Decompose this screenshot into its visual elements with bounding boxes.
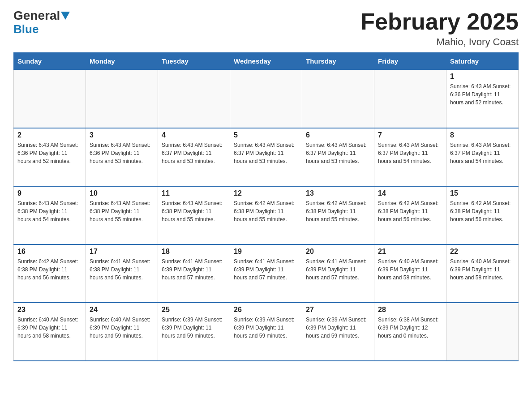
day-number: 5 bbox=[234, 131, 298, 139]
table-row bbox=[230, 70, 302, 128]
day-number: 23 bbox=[17, 306, 82, 314]
day-info: Sunrise: 6:43 AM Sunset: 6:38 PM Dayligh… bbox=[90, 199, 154, 223]
table-row: 3Sunrise: 6:43 AM Sunset: 6:36 PM Daylig… bbox=[86, 128, 158, 186]
col-friday: Friday bbox=[374, 53, 446, 70]
table-row: 2Sunrise: 6:43 AM Sunset: 6:36 PM Daylig… bbox=[14, 128, 86, 186]
day-number: 12 bbox=[234, 189, 298, 197]
day-info: Sunrise: 6:43 AM Sunset: 6:36 PM Dayligh… bbox=[17, 141, 82, 165]
table-row: 27Sunrise: 6:39 AM Sunset: 6:39 PM Dayli… bbox=[302, 303, 374, 361]
logo-general: General bbox=[13, 9, 70, 23]
day-info: Sunrise: 6:42 AM Sunset: 6:38 PM Dayligh… bbox=[234, 199, 298, 223]
table-row: 21Sunrise: 6:40 AM Sunset: 6:39 PM Dayli… bbox=[374, 244, 446, 303]
table-row: 14Sunrise: 6:42 AM Sunset: 6:38 PM Dayli… bbox=[374, 186, 446, 244]
table-row: 13Sunrise: 6:42 AM Sunset: 6:38 PM Dayli… bbox=[302, 186, 374, 244]
col-wednesday: Wednesday bbox=[230, 53, 302, 70]
day-info: Sunrise: 6:42 AM Sunset: 6:38 PM Dayligh… bbox=[378, 199, 442, 223]
title-section: February 2025 Mahio, Ivory Coast bbox=[360, 9, 519, 48]
table-row bbox=[374, 70, 446, 128]
calendar-table: Sunday Monday Tuesday Wednesday Thursday… bbox=[13, 52, 519, 361]
day-info: Sunrise: 6:39 AM Sunset: 6:39 PM Dayligh… bbox=[234, 316, 298, 340]
day-number: 9 bbox=[17, 189, 82, 197]
logo: General Blue bbox=[13, 9, 70, 35]
table-row: 26Sunrise: 6:39 AM Sunset: 6:39 PM Dayli… bbox=[230, 303, 302, 361]
col-monday: Monday bbox=[86, 53, 158, 70]
day-info: Sunrise: 6:41 AM Sunset: 6:39 PM Dayligh… bbox=[234, 257, 298, 282]
month-title: February 2025 bbox=[360, 9, 519, 34]
day-number: 25 bbox=[162, 306, 226, 314]
table-row: 10Sunrise: 6:43 AM Sunset: 6:38 PM Dayli… bbox=[86, 186, 158, 244]
table-row: 24Sunrise: 6:40 AM Sunset: 6:39 PM Dayli… bbox=[86, 303, 158, 361]
day-info: Sunrise: 6:43 AM Sunset: 6:37 PM Dayligh… bbox=[162, 141, 226, 165]
day-number: 2 bbox=[17, 131, 82, 139]
table-row: 8Sunrise: 6:43 AM Sunset: 6:37 PM Daylig… bbox=[446, 128, 519, 186]
table-row: 18Sunrise: 6:41 AM Sunset: 6:39 PM Dayli… bbox=[158, 244, 230, 303]
day-info: Sunrise: 6:40 AM Sunset: 6:39 PM Dayligh… bbox=[17, 316, 82, 340]
table-row: 4Sunrise: 6:43 AM Sunset: 6:37 PM Daylig… bbox=[158, 128, 230, 186]
day-info: Sunrise: 6:39 AM Sunset: 6:39 PM Dayligh… bbox=[162, 316, 226, 340]
table-row bbox=[446, 303, 519, 361]
day-info: Sunrise: 6:40 AM Sunset: 6:39 PM Dayligh… bbox=[90, 316, 154, 340]
day-number: 15 bbox=[450, 189, 515, 197]
table-row: 20Sunrise: 6:41 AM Sunset: 6:39 PM Dayli… bbox=[302, 244, 374, 303]
day-info: Sunrise: 6:39 AM Sunset: 6:39 PM Dayligh… bbox=[306, 316, 370, 340]
table-row: 7Sunrise: 6:43 AM Sunset: 6:37 PM Daylig… bbox=[374, 128, 446, 186]
table-row: 23Sunrise: 6:40 AM Sunset: 6:39 PM Dayli… bbox=[14, 303, 86, 361]
table-row: 6Sunrise: 6:43 AM Sunset: 6:37 PM Daylig… bbox=[302, 128, 374, 186]
calendar-week-row: 2Sunrise: 6:43 AM Sunset: 6:36 PM Daylig… bbox=[14, 128, 519, 186]
day-info: Sunrise: 6:41 AM Sunset: 6:38 PM Dayligh… bbox=[90, 257, 154, 282]
col-sunday: Sunday bbox=[14, 53, 86, 70]
day-number: 20 bbox=[306, 248, 370, 256]
day-info: Sunrise: 6:43 AM Sunset: 6:36 PM Dayligh… bbox=[90, 141, 154, 165]
table-row: 15Sunrise: 6:42 AM Sunset: 6:38 PM Dayli… bbox=[446, 186, 519, 244]
table-row: 22Sunrise: 6:40 AM Sunset: 6:39 PM Dayli… bbox=[446, 244, 519, 303]
day-info: Sunrise: 6:41 AM Sunset: 6:39 PM Dayligh… bbox=[306, 257, 370, 282]
day-number: 6 bbox=[306, 131, 370, 139]
day-number: 21 bbox=[378, 248, 442, 256]
table-row bbox=[302, 70, 374, 128]
day-number: 1 bbox=[450, 73, 515, 81]
day-number: 7 bbox=[378, 131, 442, 139]
table-row bbox=[14, 70, 86, 128]
calendar-week-row: 9Sunrise: 6:43 AM Sunset: 6:38 PM Daylig… bbox=[14, 186, 519, 244]
day-number: 27 bbox=[306, 306, 370, 314]
day-number: 18 bbox=[162, 248, 226, 256]
day-info: Sunrise: 6:43 AM Sunset: 6:36 PM Dayligh… bbox=[450, 82, 515, 107]
table-row: 25Sunrise: 6:39 AM Sunset: 6:39 PM Dayli… bbox=[158, 303, 230, 361]
table-row bbox=[86, 70, 158, 128]
day-number: 4 bbox=[162, 131, 226, 139]
table-row: 9Sunrise: 6:43 AM Sunset: 6:38 PM Daylig… bbox=[14, 186, 86, 244]
col-saturday: Saturday bbox=[446, 53, 519, 70]
day-info: Sunrise: 6:38 AM Sunset: 6:39 PM Dayligh… bbox=[378, 316, 442, 340]
day-number: 8 bbox=[450, 131, 515, 139]
location-title: Mahio, Ivory Coast bbox=[360, 36, 519, 48]
day-number: 11 bbox=[162, 189, 226, 197]
day-number: 16 bbox=[17, 248, 82, 256]
calendar-week-row: 23Sunrise: 6:40 AM Sunset: 6:39 PM Dayli… bbox=[14, 303, 519, 361]
table-row: 11Sunrise: 6:43 AM Sunset: 6:38 PM Dayli… bbox=[158, 186, 230, 244]
page-header: General Blue February 2025 Mahio, Ivory … bbox=[13, 9, 519, 48]
table-row: 12Sunrise: 6:42 AM Sunset: 6:38 PM Dayli… bbox=[230, 186, 302, 244]
day-number: 17 bbox=[90, 248, 154, 256]
day-number: 14 bbox=[378, 189, 442, 197]
day-number: 26 bbox=[234, 306, 298, 314]
table-row: 28Sunrise: 6:38 AM Sunset: 6:39 PM Dayli… bbox=[374, 303, 446, 361]
svg-marker-0 bbox=[61, 12, 70, 20]
logo-arrow-icon bbox=[61, 12, 70, 21]
day-number: 3 bbox=[90, 131, 154, 139]
day-info: Sunrise: 6:42 AM Sunset: 6:38 PM Dayligh… bbox=[17, 257, 82, 282]
day-info: Sunrise: 6:40 AM Sunset: 6:39 PM Dayligh… bbox=[378, 257, 442, 282]
calendar-header-row: Sunday Monday Tuesday Wednesday Thursday… bbox=[14, 53, 519, 70]
calendar-week-row: 1Sunrise: 6:43 AM Sunset: 6:36 PM Daylig… bbox=[14, 70, 519, 128]
day-info: Sunrise: 6:43 AM Sunset: 6:37 PM Dayligh… bbox=[234, 141, 298, 165]
day-info: Sunrise: 6:41 AM Sunset: 6:39 PM Dayligh… bbox=[162, 257, 226, 282]
day-info: Sunrise: 6:42 AM Sunset: 6:38 PM Dayligh… bbox=[306, 199, 370, 223]
table-row: 1Sunrise: 6:43 AM Sunset: 6:36 PM Daylig… bbox=[446, 70, 519, 128]
table-row bbox=[158, 70, 230, 128]
day-number: 13 bbox=[306, 189, 370, 197]
table-row: 19Sunrise: 6:41 AM Sunset: 6:39 PM Dayli… bbox=[230, 244, 302, 303]
logo-blue: Blue bbox=[13, 23, 70, 36]
table-row: 16Sunrise: 6:42 AM Sunset: 6:38 PM Dayli… bbox=[14, 244, 86, 303]
day-info: Sunrise: 6:43 AM Sunset: 6:38 PM Dayligh… bbox=[17, 199, 82, 223]
day-number: 19 bbox=[234, 248, 298, 256]
calendar-week-row: 16Sunrise: 6:42 AM Sunset: 6:38 PM Dayli… bbox=[14, 244, 519, 303]
